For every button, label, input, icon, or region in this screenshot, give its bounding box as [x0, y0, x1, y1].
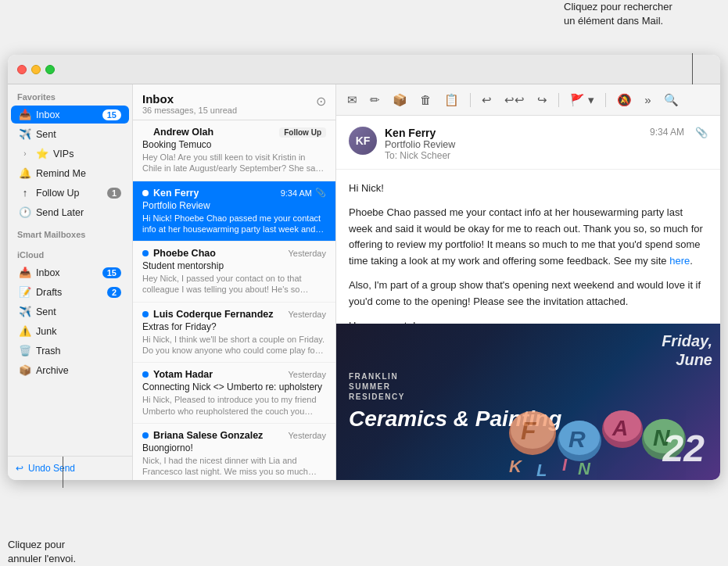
message-item[interactable]: Yotam Hadar Yesterday Connecting Nick <>… — [133, 363, 335, 424]
compose-icon[interactable]: ✉ — [344, 91, 360, 109]
move-toolbar-icon[interactable]: 📋 — [441, 91, 462, 109]
minimize-button[interactable] — [31, 65, 41, 74]
sidebar-item-vips[interactable]: › ⭐ VIPs — [11, 145, 129, 163]
sidebar: Favorites 📥 Inbox 15 ✈️ Sent › ⭐ VIPs 🔔 — [8, 84, 133, 480]
search-icon[interactable]: 🔍 — [661, 91, 682, 109]
undo-send-label: Undo Send — [28, 463, 75, 474]
detail-sender-name: Ken Ferry — [385, 127, 642, 139]
message-item[interactable]: Phoebe Chao Yesterday Student mentorship… — [133, 242, 335, 303]
message-item[interactable]: Briana Salese Gonzalez Yesterday Buongio… — [133, 424, 335, 480]
sidebar-item-icloud-trash[interactable]: 🗑️ Trash — [11, 342, 129, 360]
icloud-label: iCloud — [8, 242, 132, 263]
inbox-icon: 📥 — [19, 109, 31, 120]
close-button[interactable] — [17, 65, 27, 74]
msg-sender: Luis Coderque Fernandez — [153, 309, 274, 320]
to-recipient: Nick Scheer — [400, 150, 450, 161]
svg-text:F: F — [521, 417, 537, 445]
svg-text:I: I — [562, 455, 568, 475]
fullscreen-button[interactable] — [45, 65, 55, 74]
sidebar-item-icloud-archive[interactable]: 📦 Archive — [11, 361, 129, 379]
detail-toolbar: ✉ ✏ 📦 🗑 📋 ↩ ↩↩ ↪ 🚩 ▾ 🔕 » 🔍 — [336, 84, 720, 116]
new-compose-icon[interactable]: ✏ — [367, 91, 383, 109]
detail-time: 9:34 AM — [650, 127, 684, 138]
detail-to: To: Nick Scheer — [385, 150, 642, 161]
sidebar-item-label: Drafts — [36, 287, 102, 298]
body-link[interactable]: here — [669, 255, 690, 267]
remind-me-icon: 🔔 — [19, 167, 31, 179]
follow-up-badge: 1 — [107, 188, 121, 199]
msg-time: Yesterday — [288, 370, 326, 379]
msg-subject: Connecting Nick <> Umberto re: upholster… — [142, 382, 326, 392]
sidebar-footer: ↩ Undo Send — [8, 456, 132, 480]
follow-up-badge: Follow Up — [279, 127, 326, 138]
msg-sender: Briana Salese Gonzalez — [153, 430, 263, 441]
sidebar-item-remind-me[interactable]: 🔔 Remind Me — [11, 164, 129, 182]
star-icon: ⭐ — [36, 148, 48, 159]
attachment-paperclip-icon: 📎 — [695, 127, 708, 138]
svg-text:A: A — [611, 416, 628, 440]
msg-subject: Portfolio Review — [142, 200, 326, 211]
attachment-icon: 📎 — [315, 188, 326, 198]
undo-send-button[interactable]: ↩ Undo Send — [16, 463, 124, 474]
icloud-drafts-badge: 2 — [107, 287, 121, 298]
msg-time: Yesterday — [288, 431, 326, 440]
sidebar-item-icloud-drafts[interactable]: 📝 Drafts 2 — [11, 283, 129, 301]
follow-up-icon: ↑ — [19, 187, 31, 199]
event-image: FRANKLIN SUMMER RESIDENCY Ceramics & Pai… — [336, 324, 720, 480]
sidebar-item-label: Trash — [36, 346, 121, 356]
msg-preview: Nick, I had the nicest dinner with Lia a… — [142, 455, 326, 478]
icloud-archive-icon: 📦 — [19, 364, 31, 376]
flag-icon[interactable]: 🚩 ▾ — [567, 91, 597, 109]
icloud-junk-icon: ⚠️ — [19, 325, 31, 337]
sidebar-item-label: Inbox — [36, 109, 98, 120]
archive-toolbar-icon[interactable]: 📦 — [389, 91, 411, 109]
forward-icon[interactable]: ↪ — [534, 91, 550, 109]
msg-subject: Buongiorno! — [142, 442, 326, 453]
sidebar-item-icloud-sent[interactable]: ✈️ Sent — [11, 303, 129, 321]
smart-mailboxes-label: Smart Mailboxes — [8, 222, 132, 242]
message-item[interactable]: Luis Coderque Fernandez Yesterday Extras… — [133, 303, 335, 364]
favorites-label: Favorites — [8, 84, 132, 105]
sidebar-item-send-later[interactable]: 🕐 Send Later — [11, 203, 129, 221]
icloud-inbox-badge: 15 — [102, 267, 121, 278]
msg-time: Yesterday — [288, 310, 326, 319]
sidebar-item-inbox-fav[interactable]: 📥 Inbox 15 — [11, 106, 129, 124]
detail-meta: Ken Ferry Portfolio Review To: Nick Sche… — [385, 127, 642, 161]
icloud-sent-icon: ✈️ — [19, 306, 31, 317]
toolbar-separator — [470, 93, 471, 107]
sent-icon: ✈️ — [19, 128, 31, 140]
sidebar-item-label: VIPs — [53, 149, 121, 159]
message-list: Inbox 36 messages, 15 unread ⊙ Andrew Ol… — [133, 84, 336, 480]
filter-icon[interactable]: ⊙ — [316, 94, 326, 109]
message-item[interactable]: Ken Ferry 9:34 AM 📎 Portfolio Review Hi … — [133, 181, 335, 242]
unread-dot — [142, 311, 149, 317]
sidebar-item-label: Follow Up — [36, 188, 102, 199]
body-closing: Have a great day, — [349, 318, 708, 324]
msg-preview: Hi Nick, I think we'll be short a couple… — [142, 334, 326, 356]
sidebar-item-label: Sent — [36, 129, 121, 140]
callout-search: Cliquez pour rechercher un élément dans … — [564, 0, 720, 28]
svg-text:R: R — [568, 426, 586, 452]
reply-icon[interactable]: ↩ — [479, 91, 495, 109]
detail-body: Hi Nick! Phoebe Chao passed me your cont… — [336, 170, 720, 324]
msg-subject: Extras for Friday? — [142, 321, 326, 332]
sidebar-item-follow-up[interactable]: ↑ Follow Up 1 — [11, 184, 129, 202]
title-bar — [8, 55, 720, 84]
sidebar-item-label: Inbox — [36, 267, 98, 278]
mute-icon[interactable]: 🔕 — [614, 91, 635, 109]
sidebar-item-sent-fav[interactable]: ✈️ Sent — [11, 125, 129, 143]
icloud-drafts-icon: 📝 — [19, 286, 31, 298]
svg-text:K: K — [509, 457, 523, 476]
message-item[interactable]: Andrew Olah Follow Up Booking Temuco Hey… — [133, 120, 335, 181]
msg-sender: Phoebe Chao — [153, 248, 216, 259]
msg-time: 9:34 AM — [281, 188, 312, 198]
sidebar-item-icloud-inbox[interactable]: 📥 Inbox 15 — [11, 263, 129, 281]
more-icon[interactable]: » — [641, 91, 654, 108]
unread-dot — [142, 129, 149, 135]
trash-toolbar-icon[interactable]: 🗑 — [417, 91, 435, 108]
main-content: Favorites 📥 Inbox 15 ✈️ Sent › ⭐ VIPs 🔔 — [8, 84, 720, 480]
reply-all-icon[interactable]: ↩↩ — [501, 91, 528, 109]
message-list-header: Inbox 36 messages, 15 unread ⊙ — [133, 84, 335, 120]
callout-undo-send: Cliquez pour annuler l'envoi. — [8, 538, 149, 566]
sidebar-item-icloud-junk[interactable]: ⚠️ Junk — [11, 322, 129, 340]
